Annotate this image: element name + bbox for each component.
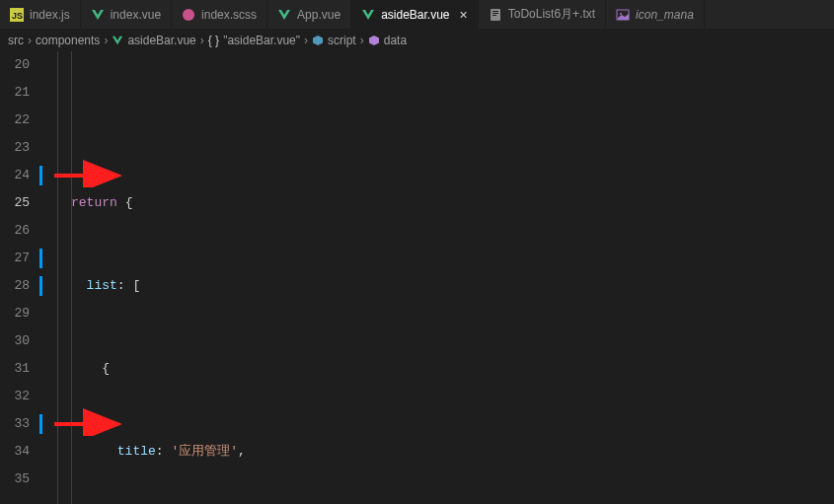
line-number: 26 [0,217,30,245]
image-icon [616,8,630,22]
cube-icon [368,35,380,46]
tab-label: index.js [30,8,70,22]
vue-icon [91,8,105,22]
code-line: { [71,355,834,383]
line-number: 33 [0,410,30,438]
chevron-right-icon: › [104,34,108,47]
vue-icon [361,8,375,22]
tab-label: icon_mana [636,8,694,22]
breadcrumb-item[interactable]: asideBar.vue [112,34,195,47]
line-number: 29 [0,300,30,327]
line-marker [39,414,42,434]
line-number: 24 [0,162,30,189]
tab-label: App.vue [297,8,341,22]
tab-icon-mana[interactable]: icon_mana [606,0,705,29]
breadcrumb-item[interactable]: components [36,34,100,47]
tab-label: ToDoList6月+.txt [508,6,595,23]
code-editor[interactable]: 20 21 22 23 24 25 26 27 28 29 30 31 32 3… [0,51,834,504]
line-number: 23 [0,134,30,162]
indent-guide [57,51,58,504]
line-number: 32 [0,383,30,410]
breadcrumb-item[interactable]: { } "asideBar.vue" [208,34,300,47]
chevron-right-icon: › [28,34,32,47]
gutter-markers [39,51,42,504]
svg-point-2 [183,9,194,21]
tab-label: index.vue [111,8,161,22]
scss-icon [182,8,195,22]
tab-label: index.scss [201,8,257,22]
tab-index-js[interactable]: JS index.js [0,0,81,29]
annotation-arrow [49,406,128,436]
breadcrumb: src › components › asideBar.vue › { } "a… [0,30,834,51]
vue-icon [112,35,123,46]
chevron-right-icon: › [360,34,364,47]
line-number: 35 [0,466,30,493]
close-icon[interactable]: × [460,7,468,23]
chevron-right-icon: › [304,34,308,47]
line-number: 28 [0,272,30,300]
line-number: 34 [0,438,30,466]
breadcrumb-item[interactable]: src [8,34,24,47]
code-area[interactable]: return { list: [ { title: '应用管理', iconUr… [43,51,834,504]
code-line: title: '应用管理', [71,438,834,466]
line-marker [39,249,42,268]
tab-asidebar-vue[interactable]: asideBar.vue × [351,0,479,29]
line-number: 25 [0,189,30,217]
svg-point-8 [620,13,622,15]
line-number-gutter: 20 21 22 23 24 25 26 27 28 29 30 31 32 3… [0,51,43,504]
line-number: 31 [0,355,30,383]
annotation-arrow [49,158,128,187]
svg-text:JS: JS [12,11,23,21]
vue-icon [277,8,291,22]
tab-index-vue[interactable]: index.vue [81,0,172,29]
svg-rect-4 [493,11,498,12]
tab-app-vue[interactable]: App.vue [267,0,351,29]
line-number: 20 [0,51,30,79]
line-number: 30 [0,327,30,355]
js-icon: JS [10,8,24,22]
tab-index-scss[interactable]: index.scss [172,0,267,29]
breadcrumb-item[interactable]: script [312,34,356,47]
svg-rect-6 [493,15,496,16]
code-line: list: [ [71,272,834,300]
editor-tabs: JS index.js index.vue index.scss App.vue… [0,0,834,30]
cube-icon [312,35,324,46]
tab-todolist-txt[interactable]: ToDoList6月+.txt [479,0,606,29]
line-number: 22 [0,107,30,134]
line-marker [39,276,42,296]
tab-label: asideBar.vue [381,8,449,22]
txt-icon [489,8,502,22]
svg-rect-5 [493,13,498,14]
line-number: 21 [0,79,30,107]
code-line: return { [71,189,834,217]
chevron-right-icon: › [200,34,204,47]
braces-icon: { } [208,34,219,47]
breadcrumb-item[interactable]: data [368,34,407,47]
line-marker [39,166,42,185]
line-number: 27 [0,245,30,272]
